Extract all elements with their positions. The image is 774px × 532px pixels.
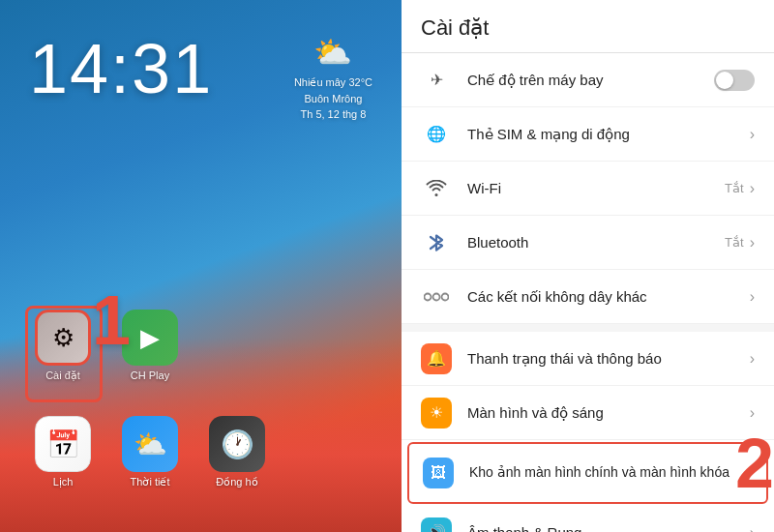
wallpaper-icon: 🖼: [423, 458, 454, 488]
svg-point-0: [425, 293, 432, 300]
settings-item-other-conn[interactable]: Các kết nối không dây khác ›: [402, 270, 774, 324]
chplay-app-label: CH Play: [131, 369, 169, 381]
weather-app-label: Thời tiết: [131, 476, 170, 488]
sim-text: Thẻ SIM & mạng di động: [467, 125, 750, 144]
brightness-text: Màn hình và độ sáng: [467, 403, 750, 423]
step-badge-1: 1: [92, 281, 131, 360]
bluetooth-chevron: ›: [750, 234, 755, 251]
wifi-label: Wi-Fi: [467, 180, 501, 196]
notification-chevron: ›: [750, 350, 755, 368]
app-icon-calendar[interactable]: 📅 Lịch: [29, 416, 97, 488]
app-row-2: 📅 Lịch ⛅ Thời tiết 🕐 Đồng hồ: [29, 416, 271, 488]
wallpaper-chevron: ›: [748, 464, 753, 482]
sound-icon: 🔊: [421, 517, 452, 533]
time-display: 14:31: [29, 29, 213, 108]
app-icon-weather[interactable]: ⛅ Thời tiết: [116, 416, 184, 488]
other-conn-chevron: ›: [750, 288, 755, 306]
sim-label: Thẻ SIM & mạng di động: [467, 126, 630, 142]
bluetooth-status: Tắt: [725, 235, 744, 250]
app-icon-clock[interactable]: 🕐 Đồng hồ: [203, 416, 271, 488]
weather-widget: ⛅ Nhiều mây 32°C Buôn Mrông Th 5, 12 thg…: [294, 34, 372, 123]
wifi-status: Tắt: [725, 181, 744, 195]
brightness-icon: ☀: [421, 398, 452, 429]
settings-title: Cài đặt: [421, 15, 489, 40]
sound-text: Âm thanh & Rung: [467, 523, 750, 532]
wallpaper-label: Kho ảnh màn hình chính và màn hình khóa: [469, 463, 748, 483]
settings-item-wallpaper[interactable]: 🖼 Kho ảnh màn hình chính và màn hình khó…: [407, 442, 768, 504]
svg-point-1: [433, 293, 440, 300]
wifi-icon: [421, 173, 452, 204]
brightness-chevron: ›: [750, 404, 755, 422]
settings-header: Cài đặt: [402, 0, 774, 53]
homescreen-panel: 14:31 ⛅ Nhiều mây 32°C Buôn Mrông Th 5, …: [0, 0, 402, 532]
wifi-text: Wi-Fi: [467, 179, 725, 198]
weather-line3: Th 5, 12 thg 8: [301, 108, 367, 120]
airplane-text: Chế độ trên máy bay: [467, 71, 714, 90]
wallpaper-text: Kho ảnh màn hình chính và màn hình khóa: [469, 463, 748, 483]
sound-chevron: ›: [750, 524, 755, 533]
bluetooth-icon: [421, 227, 452, 258]
calendar-app-icon[interactable]: 📅: [35, 416, 91, 472]
settings-item-bluetooth[interactable]: Bluetooth Tắt ›: [402, 216, 774, 270]
sim-icon: 🌐: [421, 119, 452, 150]
sound-label: Âm thanh & Rung: [467, 524, 581, 532]
brightness-label: Màn hình và độ sáng: [467, 404, 604, 421]
airplane-icon: ✈: [421, 65, 452, 96]
settings-panel: Cài đặt ✈ Chế độ trên máy bay 🌐 Thẻ SIM …: [402, 0, 774, 532]
bluetooth-label: Bluetooth: [467, 234, 528, 251]
notification-label: Thanh trạng thái và thông báo: [467, 350, 662, 367]
svg-point-2: [442, 293, 449, 300]
wifi-chevron: ›: [750, 180, 755, 197]
clock-app-label: Đồng hồ: [216, 476, 257, 488]
settings-item-sim[interactable]: 🌐 Thẻ SIM & mạng di động ›: [402, 107, 774, 162]
other-conn-icon: [421, 281, 452, 312]
settings-list: ✈ Chế độ trên máy bay 🌐 Thẻ SIM & mạng d…: [402, 53, 774, 532]
bluetooth-text: Bluetooth: [467, 233, 725, 252]
weather-line2: Buôn Mrông: [304, 93, 362, 104]
clock-app-icon[interactable]: 🕐: [209, 416, 265, 472]
other-conn-label: Các kết nối không dây khác: [467, 288, 647, 305]
selected-icon-box: [25, 306, 103, 402]
weather-line1: Nhiều mây 32°C: [294, 76, 372, 88]
settings-item-notification[interactable]: 🔔 Thanh trạng thái và thông báo ›: [402, 332, 774, 386]
settings-item-airplane[interactable]: ✈ Chế độ trên máy bay: [402, 53, 774, 107]
airplane-toggle[interactable]: [714, 70, 755, 91]
notification-icon: 🔔: [421, 343, 452, 374]
notification-text: Thanh trạng thái và thông báo: [467, 349, 750, 369]
weather-app-icon[interactable]: ⛅: [122, 416, 178, 472]
calendar-app-label: Lịch: [53, 476, 74, 488]
divider-1: [402, 324, 774, 332]
sim-chevron: ›: [750, 126, 755, 143]
settings-item-sound[interactable]: 🔊 Âm thanh & Rung ›: [402, 506, 774, 532]
airplane-label: Chế độ trên máy bay: [467, 72, 604, 88]
settings-item-brightness[interactable]: ☀ Màn hình và độ sáng ›: [402, 386, 774, 440]
other-conn-text: Các kết nối không dây khác: [467, 287, 750, 307]
settings-item-wifi[interactable]: Wi-Fi Tắt ›: [402, 162, 774, 216]
weather-icon: ⛅: [294, 34, 372, 71]
